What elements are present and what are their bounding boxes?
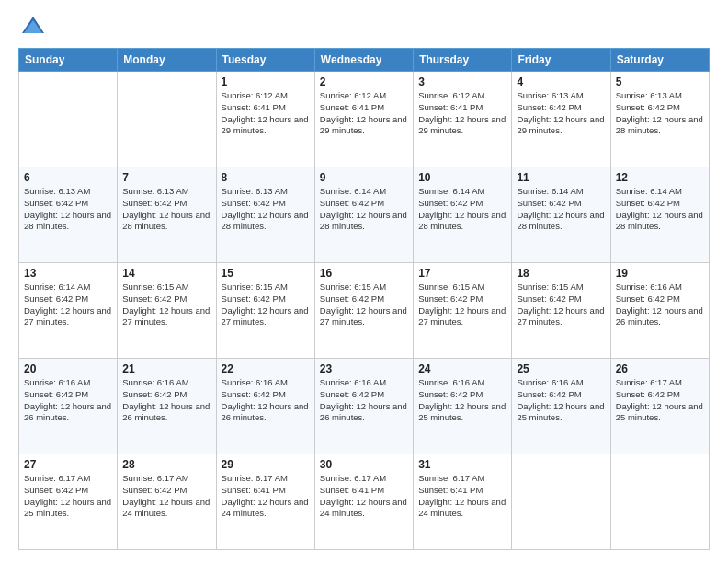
page: SundayMondayTuesdayWednesdayThursdayFrid… bbox=[0, 0, 728, 563]
day-info: Sunrise: 6:15 AM Sunset: 6:42 PM Dayligh… bbox=[418, 282, 506, 328]
day-number: 31 bbox=[418, 458, 506, 471]
calendar-cell: 10Sunrise: 6:14 AM Sunset: 6:42 PM Dayli… bbox=[414, 167, 512, 263]
day-info: Sunrise: 6:16 AM Sunset: 6:42 PM Dayligh… bbox=[418, 377, 506, 424]
calendar-cell: 14Sunrise: 6:15 AM Sunset: 6:42 PM Dayli… bbox=[118, 263, 216, 359]
calendar-cell: 30Sunrise: 6:17 AM Sunset: 6:41 PM Dayli… bbox=[314, 454, 413, 550]
day-number: 16 bbox=[320, 267, 408, 280]
day-info: Sunrise: 6:15 AM Sunset: 6:42 PM Dayligh… bbox=[122, 282, 210, 328]
logo bbox=[18, 17, 46, 39]
calendar-cell: 28Sunrise: 6:17 AM Sunset: 6:42 PM Dayli… bbox=[118, 454, 216, 550]
day-info: Sunrise: 6:17 AM Sunset: 6:42 PM Dayligh… bbox=[616, 377, 704, 424]
calendar-cell: 15Sunrise: 6:15 AM Sunset: 6:42 PM Dayli… bbox=[216, 263, 314, 359]
day-info: Sunrise: 6:17 AM Sunset: 6:41 PM Dayligh… bbox=[222, 473, 310, 520]
calendar-cell bbox=[118, 72, 216, 167]
day-number: 20 bbox=[24, 362, 112, 375]
header bbox=[18, 17, 710, 39]
calendar-cell: 26Sunrise: 6:17 AM Sunset: 6:42 PM Dayli… bbox=[610, 359, 709, 454]
calendar-cell: 25Sunrise: 6:16 AM Sunset: 6:42 PM Dayli… bbox=[512, 359, 610, 454]
calendar-cell: 13Sunrise: 6:14 AM Sunset: 6:42 PM Dayli… bbox=[19, 263, 118, 359]
day-info: Sunrise: 6:16 AM Sunset: 6:42 PM Dayligh… bbox=[122, 377, 210, 424]
day-number: 9 bbox=[320, 171, 408, 184]
calendar-week-5: 27Sunrise: 6:17 AM Sunset: 6:42 PM Dayli… bbox=[19, 454, 710, 550]
day-number: 3 bbox=[418, 75, 506, 88]
day-number: 28 bbox=[122, 458, 210, 471]
calendar-header-wednesday: Wednesday bbox=[314, 49, 413, 72]
calendar-cell: 11Sunrise: 6:14 AM Sunset: 6:42 PM Dayli… bbox=[512, 167, 610, 263]
calendar-cell: 7Sunrise: 6:13 AM Sunset: 6:42 PM Daylig… bbox=[118, 167, 216, 263]
calendar-header-sunday: Sunday bbox=[19, 49, 118, 72]
calendar: SundayMondayTuesdayWednesdayThursdayFrid… bbox=[18, 48, 710, 550]
day-number: 2 bbox=[320, 75, 408, 88]
calendar-cell: 16Sunrise: 6:15 AM Sunset: 6:42 PM Dayli… bbox=[314, 263, 413, 359]
day-info: Sunrise: 6:13 AM Sunset: 6:42 PM Dayligh… bbox=[122, 186, 210, 233]
day-info: Sunrise: 6:17 AM Sunset: 6:42 PM Dayligh… bbox=[122, 473, 210, 520]
day-info: Sunrise: 6:15 AM Sunset: 6:42 PM Dayligh… bbox=[517, 282, 605, 328]
day-number: 13 bbox=[24, 267, 112, 280]
day-number: 24 bbox=[418, 362, 506, 375]
day-number: 7 bbox=[122, 171, 210, 184]
calendar-cell bbox=[610, 454, 709, 550]
calendar-cell: 17Sunrise: 6:15 AM Sunset: 6:42 PM Dayli… bbox=[414, 263, 512, 359]
calendar-cell: 3Sunrise: 6:12 AM Sunset: 6:41 PM Daylig… bbox=[414, 72, 512, 167]
day-info: Sunrise: 6:16 AM Sunset: 6:42 PM Dayligh… bbox=[616, 282, 704, 328]
calendar-header-tuesday: Tuesday bbox=[216, 49, 314, 72]
day-info: Sunrise: 6:13 AM Sunset: 6:42 PM Dayligh… bbox=[222, 186, 310, 233]
calendar-week-1: 1Sunrise: 6:12 AM Sunset: 6:41 PM Daylig… bbox=[19, 72, 710, 167]
day-number: 5 bbox=[616, 75, 704, 88]
calendar-header-saturday: Saturday bbox=[610, 49, 709, 72]
calendar-cell: 31Sunrise: 6:17 AM Sunset: 6:41 PM Dayli… bbox=[414, 454, 512, 550]
logo-icon bbox=[20, 13, 46, 39]
day-info: Sunrise: 6:12 AM Sunset: 6:41 PM Dayligh… bbox=[222, 90, 310, 137]
calendar-cell: 27Sunrise: 6:17 AM Sunset: 6:42 PM Dayli… bbox=[19, 454, 118, 550]
day-info: Sunrise: 6:16 AM Sunset: 6:42 PM Dayligh… bbox=[517, 377, 605, 424]
day-number: 22 bbox=[222, 362, 310, 375]
day-number: 21 bbox=[122, 362, 210, 375]
day-number: 30 bbox=[320, 458, 408, 471]
day-number: 29 bbox=[222, 458, 310, 471]
day-info: Sunrise: 6:14 AM Sunset: 6:42 PM Dayligh… bbox=[517, 186, 605, 233]
day-number: 23 bbox=[320, 362, 408, 375]
calendar-cell bbox=[19, 72, 118, 167]
day-number: 26 bbox=[616, 362, 704, 375]
day-number: 25 bbox=[517, 362, 605, 375]
calendar-week-3: 13Sunrise: 6:14 AM Sunset: 6:42 PM Dayli… bbox=[19, 263, 710, 359]
day-info: Sunrise: 6:14 AM Sunset: 6:42 PM Dayligh… bbox=[616, 186, 704, 233]
calendar-cell: 4Sunrise: 6:13 AM Sunset: 6:42 PM Daylig… bbox=[512, 72, 610, 167]
day-info: Sunrise: 6:16 AM Sunset: 6:42 PM Dayligh… bbox=[320, 377, 408, 424]
day-number: 1 bbox=[222, 75, 310, 88]
day-number: 4 bbox=[517, 75, 605, 88]
day-info: Sunrise: 6:12 AM Sunset: 6:41 PM Dayligh… bbox=[418, 90, 506, 137]
day-info: Sunrise: 6:17 AM Sunset: 6:42 PM Dayligh… bbox=[24, 473, 112, 520]
day-info: Sunrise: 6:13 AM Sunset: 6:42 PM Dayligh… bbox=[24, 186, 112, 233]
calendar-cell: 9Sunrise: 6:14 AM Sunset: 6:42 PM Daylig… bbox=[314, 167, 413, 263]
calendar-cell: 29Sunrise: 6:17 AM Sunset: 6:41 PM Dayli… bbox=[216, 454, 314, 550]
day-info: Sunrise: 6:13 AM Sunset: 6:42 PM Dayligh… bbox=[517, 90, 605, 137]
calendar-cell bbox=[512, 454, 610, 550]
calendar-week-2: 6Sunrise: 6:13 AM Sunset: 6:42 PM Daylig… bbox=[19, 167, 710, 263]
calendar-header-row: SundayMondayTuesdayWednesdayThursdayFrid… bbox=[19, 49, 710, 72]
day-number: 15 bbox=[222, 267, 310, 280]
calendar-cell: 18Sunrise: 6:15 AM Sunset: 6:42 PM Dayli… bbox=[512, 263, 610, 359]
day-info: Sunrise: 6:14 AM Sunset: 6:42 PM Dayligh… bbox=[24, 282, 112, 328]
day-number: 19 bbox=[616, 267, 704, 280]
day-info: Sunrise: 6:16 AM Sunset: 6:42 PM Dayligh… bbox=[222, 377, 310, 424]
calendar-cell: 20Sunrise: 6:16 AM Sunset: 6:42 PM Dayli… bbox=[19, 359, 118, 454]
day-info: Sunrise: 6:12 AM Sunset: 6:41 PM Dayligh… bbox=[320, 90, 408, 137]
day-info: Sunrise: 6:14 AM Sunset: 6:42 PM Dayligh… bbox=[418, 186, 506, 233]
day-number: 12 bbox=[616, 171, 704, 184]
day-number: 18 bbox=[517, 267, 605, 280]
calendar-cell: 1Sunrise: 6:12 AM Sunset: 6:41 PM Daylig… bbox=[216, 72, 314, 167]
calendar-cell: 21Sunrise: 6:16 AM Sunset: 6:42 PM Dayli… bbox=[118, 359, 216, 454]
day-number: 8 bbox=[222, 171, 310, 184]
calendar-week-4: 20Sunrise: 6:16 AM Sunset: 6:42 PM Dayli… bbox=[19, 359, 710, 454]
day-info: Sunrise: 6:15 AM Sunset: 6:42 PM Dayligh… bbox=[222, 282, 310, 328]
calendar-cell: 12Sunrise: 6:14 AM Sunset: 6:42 PM Dayli… bbox=[610, 167, 709, 263]
calendar-cell: 22Sunrise: 6:16 AM Sunset: 6:42 PM Dayli… bbox=[216, 359, 314, 454]
calendar-header-thursday: Thursday bbox=[414, 49, 512, 72]
day-number: 11 bbox=[517, 171, 605, 184]
day-info: Sunrise: 6:16 AM Sunset: 6:42 PM Dayligh… bbox=[24, 377, 112, 424]
day-number: 14 bbox=[122, 267, 210, 280]
calendar-cell: 6Sunrise: 6:13 AM Sunset: 6:42 PM Daylig… bbox=[19, 167, 118, 263]
day-info: Sunrise: 6:17 AM Sunset: 6:41 PM Dayligh… bbox=[418, 473, 506, 520]
calendar-cell: 19Sunrise: 6:16 AM Sunset: 6:42 PM Dayli… bbox=[610, 263, 709, 359]
